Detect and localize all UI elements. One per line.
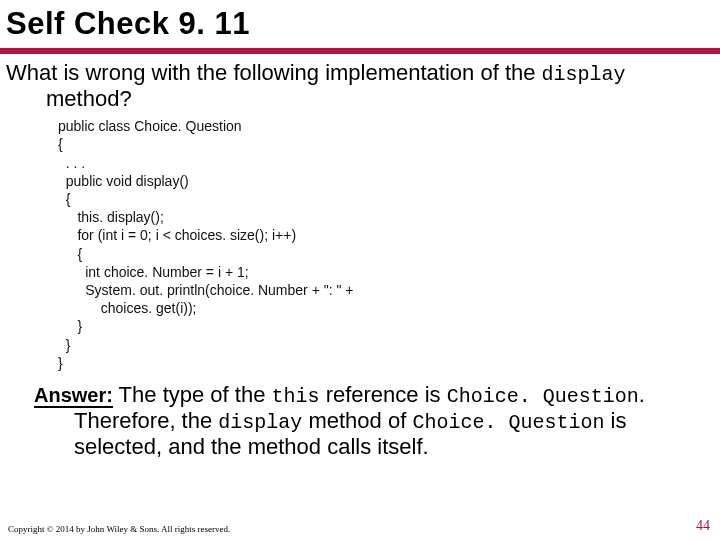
page-number: 44 <box>696 518 710 534</box>
footer: Copyright © 2014 by John Wiley & Sons. A… <box>0 516 720 534</box>
answer-part-4: method of <box>302 408 412 433</box>
answer-part-2: reference is <box>320 382 447 407</box>
code-block: public class Choice. Question { . . . pu… <box>0 111 720 372</box>
answer-label: Answer: <box>34 384 113 408</box>
title-rule <box>0 48 720 54</box>
question-code-word: display <box>542 63 626 86</box>
question-pre: What is wrong with the following impleme… <box>6 60 542 85</box>
answer-text: Answer: The type of the this reference i… <box>0 372 720 459</box>
answer-part-1: The type of the <box>113 382 272 407</box>
copyright-text: Copyright © 2014 by John Wiley & Sons. A… <box>8 524 230 534</box>
answer-code-3: display <box>218 411 302 434</box>
question-post: method? <box>46 86 132 111</box>
question-text: What is wrong with the following impleme… <box>0 60 720 111</box>
slide-title: Self Check 9. 11 <box>0 0 720 46</box>
answer-code-4: Choice. Question <box>412 411 604 434</box>
answer-code-2: Choice. Question <box>447 385 639 408</box>
slide: Self Check 9. 11 What is wrong with the … <box>0 0 720 540</box>
answer-code-1: this <box>272 385 320 408</box>
